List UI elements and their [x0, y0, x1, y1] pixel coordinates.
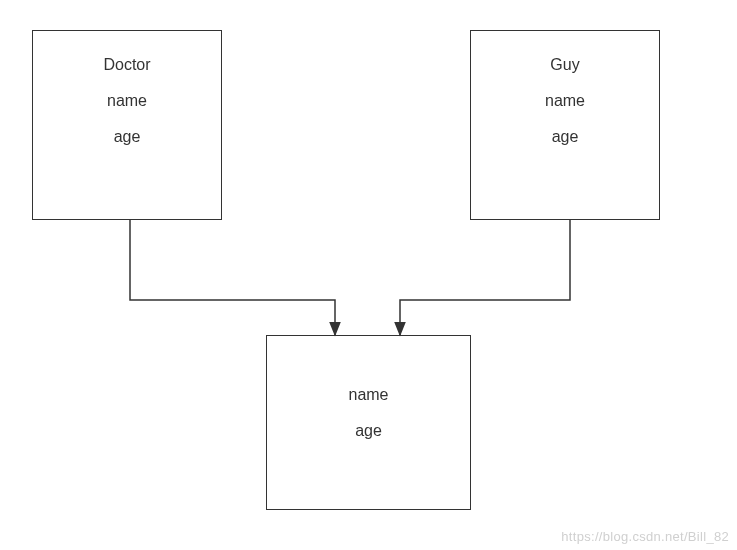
class-attribute: age: [552, 128, 579, 146]
class-box-base: name age: [266, 335, 471, 510]
class-box-guy: Guy name age: [470, 30, 660, 220]
class-box-doctor: Doctor name age: [32, 30, 222, 220]
class-attribute: age: [114, 128, 141, 146]
class-attribute: name: [107, 92, 147, 110]
class-attribute: name: [545, 92, 585, 110]
class-attribute: name: [348, 386, 388, 404]
class-title: Guy: [550, 56, 579, 74]
watermark-text: https://blog.csdn.net/Bill_82: [561, 529, 729, 544]
arrow-left-to-bottom: [130, 220, 335, 335]
class-attribute: age: [355, 422, 382, 440]
arrow-right-to-bottom: [400, 220, 570, 335]
class-title: Doctor: [103, 56, 150, 74]
